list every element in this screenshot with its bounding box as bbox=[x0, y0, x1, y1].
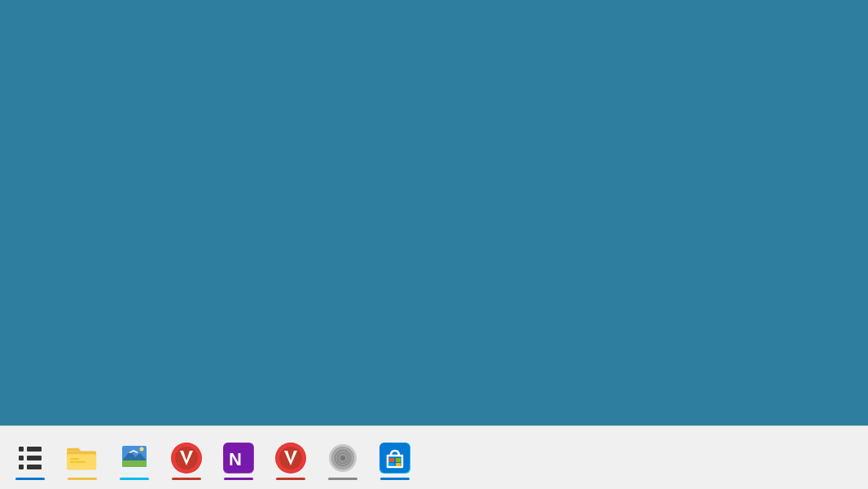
svg-rect-4 bbox=[27, 456, 42, 460]
msstore-icon bbox=[379, 443, 410, 474]
svg-rect-1 bbox=[19, 456, 24, 460]
msstore-active-bar bbox=[380, 478, 410, 480]
svg-rect-8 bbox=[70, 458, 79, 460]
svg-rect-13 bbox=[122, 460, 147, 467]
taskbar: N bbox=[0, 425, 868, 489]
taskbar-icon-xnview[interactable] bbox=[111, 434, 158, 482]
svg-text:N: N bbox=[229, 449, 242, 469]
file-explorer-active-bar bbox=[68, 478, 97, 480]
taskbar-icon-ableton[interactable] bbox=[7, 434, 54, 482]
onenote-icon: N bbox=[223, 443, 254, 474]
svg-rect-0 bbox=[19, 447, 24, 452]
xnview-active-bar bbox=[120, 478, 149, 480]
svg-point-14 bbox=[140, 447, 144, 451]
taskbar-icon-vivaldi-1[interactable] bbox=[163, 434, 210, 482]
svg-rect-2 bbox=[19, 465, 24, 469]
svg-point-25 bbox=[340, 456, 345, 460]
taskbar-icons: N bbox=[7, 426, 419, 489]
svg-point-16 bbox=[175, 447, 198, 469]
svg-point-20 bbox=[279, 447, 302, 469]
taskbar-icon-msstore[interactable] bbox=[371, 434, 419, 482]
taskbar-icon-vivaldi-2[interactable] bbox=[267, 434, 314, 482]
vivaldi1-active-bar bbox=[172, 478, 201, 480]
taskbar-icon-audio[interactable] bbox=[319, 434, 366, 482]
vivaldi-icon-1 bbox=[171, 443, 202, 474]
svg-rect-5 bbox=[27, 465, 42, 469]
folder-icon bbox=[67, 443, 98, 474]
vivaldi2-active-bar bbox=[276, 478, 305, 480]
vivaldi-icon-2 bbox=[275, 443, 306, 474]
xnview-icon bbox=[119, 443, 150, 474]
svg-rect-32 bbox=[396, 463, 401, 466]
svg-rect-31 bbox=[389, 463, 394, 466]
ableton-active-bar bbox=[15, 478, 45, 480]
svg-rect-9 bbox=[70, 460, 85, 462]
taskbar-icon-file-explorer[interactable] bbox=[59, 434, 106, 482]
desktop bbox=[0, 0, 868, 425]
onenote-active-bar bbox=[224, 478, 253, 480]
audio-icon bbox=[327, 443, 358, 474]
ableton-icon bbox=[15, 443, 46, 474]
svg-rect-3 bbox=[27, 447, 42, 452]
svg-rect-29 bbox=[389, 458, 394, 462]
svg-rect-30 bbox=[396, 458, 401, 462]
taskbar-icon-onenote[interactable]: N bbox=[215, 434, 262, 482]
audio-active-bar bbox=[328, 478, 357, 480]
svg-rect-28 bbox=[380, 443, 410, 473]
